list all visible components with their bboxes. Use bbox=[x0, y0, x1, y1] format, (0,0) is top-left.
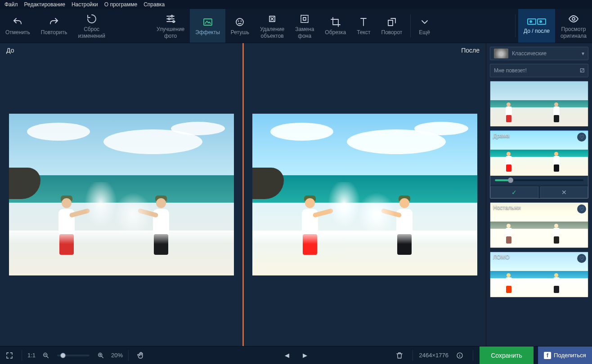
more-label: Ещё bbox=[419, 29, 430, 36]
text-icon bbox=[358, 17, 369, 27]
save-button[interactable]: Сохранить bbox=[480, 346, 534, 364]
chevron-down-icon bbox=[419, 17, 430, 27]
facebook-icon: f bbox=[544, 352, 551, 359]
main-toolbar: Отменить Повторить Сброс изменений Улучш… bbox=[0, 9, 592, 43]
before-after-label: До / после bbox=[524, 28, 550, 34]
effects-category-select[interactable]: Классические ▾ bbox=[490, 47, 588, 60]
retouch-button[interactable]: Ретушь bbox=[225, 9, 255, 43]
svg-point-0 bbox=[171, 15, 173, 17]
favorite-icon[interactable]: ♡ bbox=[577, 204, 586, 213]
eye-icon bbox=[568, 13, 579, 24]
menu-about[interactable]: О программе bbox=[104, 1, 137, 8]
before-label: До bbox=[6, 47, 14, 54]
view-original-label: Просмотр оригинала bbox=[561, 26, 587, 39]
crop-button[interactable]: Обрезка bbox=[319, 9, 351, 43]
effect-item[interactable]: Драма ♡ ✓ ✕ bbox=[490, 130, 588, 199]
canvas-area: До После bbox=[0, 43, 486, 346]
category-thumbnail bbox=[494, 49, 508, 58]
cancel-effect-button[interactable]: ✕ bbox=[540, 186, 588, 198]
before-pane[interactable] bbox=[0, 43, 242, 346]
save-label: Сохранить bbox=[491, 352, 522, 359]
effect-name: ЛОМО bbox=[493, 254, 510, 260]
undo-icon bbox=[12, 17, 23, 27]
menu-help[interactable]: Справка bbox=[144, 1, 165, 8]
effect-name: Драма bbox=[493, 133, 509, 139]
svg-rect-9 bbox=[303, 18, 306, 20]
remove-objects-button[interactable]: Удаление объектов bbox=[255, 9, 290, 43]
reset-button[interactable]: Сброс изменений bbox=[72, 9, 110, 43]
prev-image-button[interactable]: ◀ bbox=[280, 349, 294, 362]
fullscreen-button[interactable] bbox=[3, 349, 16, 362]
undo-button[interactable]: Отменить bbox=[0, 9, 36, 43]
info-button[interactable] bbox=[453, 349, 466, 362]
svg-point-11 bbox=[572, 18, 575, 20]
rotate-icon bbox=[386, 17, 397, 27]
enhance-label: Улучшение фото bbox=[157, 26, 184, 39]
share-button[interactable]: f Поделиться bbox=[538, 346, 592, 364]
menu-file[interactable]: Файл bbox=[4, 1, 18, 8]
redo-label: Повторить bbox=[41, 29, 67, 36]
reset-label: Сброс изменений bbox=[78, 26, 105, 39]
menu-bar: Файл Редактирование Настройки О программ… bbox=[0, 0, 592, 9]
menu-settings[interactable]: Настройки bbox=[72, 1, 98, 8]
next-image-button[interactable]: ▶ bbox=[298, 349, 312, 362]
svg-point-4 bbox=[236, 18, 243, 26]
svg-point-5 bbox=[238, 21, 239, 22]
after-pane[interactable] bbox=[242, 43, 486, 346]
undo-label: Отменить bbox=[5, 29, 30, 36]
effects-button[interactable]: Эффекты bbox=[190, 9, 225, 43]
enhance-button[interactable]: Улучшение фото bbox=[151, 9, 190, 43]
redo-button[interactable]: Повторить bbox=[36, 9, 73, 43]
effects-label: Эффекты bbox=[195, 29, 220, 36]
effects-list[interactable]: Драма ♡ ✓ ✕ Ностальжи ♡ ЛОМО bbox=[490, 81, 588, 342]
text-label: Текст bbox=[357, 29, 370, 36]
eraser-icon bbox=[267, 13, 278, 24]
effects-panel: Классические ▾ Мне повезет! ⚂ Драма ♡ bbox=[486, 43, 592, 346]
retouch-label: Ретушь bbox=[231, 29, 249, 36]
dice-icon: ⚂ bbox=[580, 67, 584, 74]
zoom-value: 20% bbox=[111, 352, 123, 359]
status-bar: 1:1 20% ◀ ▶ 2464×1776 Сохранить f Подели… bbox=[0, 346, 592, 364]
apply-effect-button[interactable]: ✓ bbox=[490, 186, 538, 198]
effect-item[interactable]: ЛОМО ♡ bbox=[490, 252, 588, 297]
lucky-button[interactable]: Мне повезет! ⚂ bbox=[490, 64, 588, 77]
rotate-button[interactable]: Поворот bbox=[376, 9, 408, 43]
view-original-button[interactable]: Просмотр оригинала bbox=[555, 9, 592, 43]
toolbar-separator bbox=[410, 14, 411, 37]
svg-rect-10 bbox=[388, 20, 393, 26]
zoom-slider[interactable] bbox=[57, 355, 90, 356]
share-label: Поделиться bbox=[554, 352, 586, 359]
favorite-icon[interactable]: ♡ bbox=[577, 133, 586, 142]
before-after-button[interactable]: До / после bbox=[518, 9, 555, 43]
content-area: До После bbox=[0, 43, 592, 346]
crop-label: Обрезка bbox=[325, 29, 346, 36]
effect-name: Ностальжи bbox=[493, 204, 520, 211]
image-effects-icon bbox=[202, 17, 213, 27]
menu-edit[interactable]: Редактирование bbox=[24, 1, 65, 8]
one-to-one-button[interactable]: 1:1 bbox=[27, 352, 36, 359]
effect-intensity-slider[interactable] bbox=[490, 176, 588, 185]
before-image bbox=[9, 114, 234, 275]
redo-icon bbox=[49, 17, 59, 27]
zoom-out-button[interactable] bbox=[39, 349, 53, 362]
svg-point-6 bbox=[241, 21, 242, 22]
after-image bbox=[252, 114, 477, 275]
before-after-icon bbox=[527, 18, 546, 25]
image-dimensions: 2464×1776 bbox=[419, 352, 448, 359]
toolbar-separator bbox=[515, 14, 516, 37]
effect-item[interactable]: Ностальжи ♡ bbox=[490, 202, 588, 248]
more-button[interactable]: Ещё bbox=[413, 9, 435, 43]
zoom-in-button[interactable] bbox=[94, 349, 108, 362]
replace-bg-label: Замена фона bbox=[295, 26, 314, 39]
favorite-icon[interactable]: ♡ bbox=[577, 254, 586, 263]
split-divider[interactable] bbox=[243, 43, 244, 346]
hand-tool-button[interactable] bbox=[134, 349, 148, 362]
effect-item[interactable] bbox=[490, 81, 588, 127]
svg-point-2 bbox=[173, 21, 175, 22]
text-button[interactable]: Текст bbox=[351, 9, 376, 43]
delete-button[interactable] bbox=[393, 349, 406, 362]
svg-point-1 bbox=[168, 18, 170, 20]
category-label: Классические bbox=[512, 50, 582, 57]
replace-bg-button[interactable]: Замена фона bbox=[290, 9, 319, 43]
chevron-down-icon: ▾ bbox=[582, 50, 584, 57]
